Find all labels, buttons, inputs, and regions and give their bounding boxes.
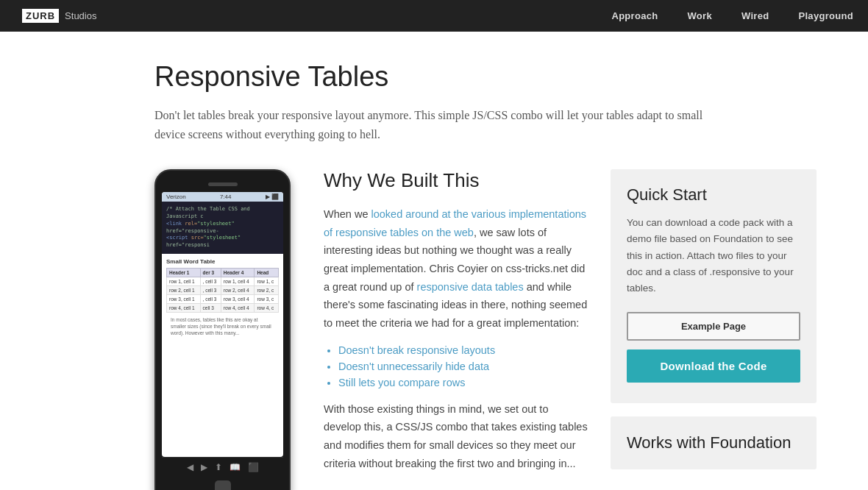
navigation: ZURB Studios Approach Work Wired Playgro… (0, 0, 868, 32)
phone-code-area: /* Attach the Table CSS and Javascript c… (162, 202, 283, 254)
works-with-card: Works with Foundation (611, 416, 817, 470)
why-paragraph-1: When we looked around at the various imp… (324, 205, 588, 332)
phone-column: Verizon 7:44 ▶ ⬛ /* Attach the Table CSS… (154, 169, 302, 490)
table-header-1: Header 1 (167, 268, 201, 277)
table-header-2: der 3 (200, 268, 221, 277)
sidebar-column: Quick Start You can download a code pack… (611, 169, 817, 469)
why-paragraph-2: With those existing things in mind, we s… (324, 400, 588, 473)
bullet-item-1: Doesn't break responsive layouts (338, 344, 588, 356)
example-page-button[interactable]: Example Page (627, 312, 800, 341)
link-implementations[interactable]: looked around at the various implementat… (324, 208, 586, 238)
phone-speaker-icon (208, 182, 238, 186)
book-icon: 📖 (230, 462, 241, 473)
table-cell: row 3, cell 4 (221, 294, 255, 303)
share-icon: ⬆ (215, 462, 222, 473)
code-line-1: /* Attach the Table CSS and Javascript c (166, 206, 279, 221)
download-code-button[interactable]: Download the Code (627, 349, 800, 383)
phone-table-title: Small Word Table (166, 258, 279, 265)
table-cell: row 4, cell 1 (167, 303, 201, 312)
save-icon: ⬛ (248, 462, 259, 473)
phone-nav-controls: ◀ ▶ ⬆ 📖 ⬛ (187, 462, 259, 473)
table-header-4: Head (255, 268, 279, 277)
phone-bottom-nav: ◀ ▶ ⬆ 📖 ⬛ (162, 457, 283, 477)
phone-caption: In most cases, tables like this are okay… (166, 313, 279, 340)
why-title: Why We Built This (324, 169, 588, 192)
quickstart-text: You can download a code pack with a demo… (627, 215, 800, 297)
table-cell: row 3, cell 1 (167, 294, 201, 303)
quickstart-title: Quick Start (627, 185, 800, 205)
forward-icon: ▶ (201, 462, 207, 473)
nav-logo: ZURB (22, 9, 59, 23)
content-grid: Verizon 7:44 ▶ ⬛ /* Attach the Table CSS… (154, 169, 817, 490)
page-title: Responsive Tables (154, 61, 817, 93)
table-header-3: Header 4 (221, 268, 255, 277)
table-row: row 2, cell 1 , cell 3 row 2, cell 4 row… (167, 285, 279, 294)
nav-brand: ZURB Studios (22, 9, 96, 23)
code-line-3: <script src="stylesheet" href="responsi (166, 235, 279, 249)
phone-mockup: Verizon 7:44 ▶ ⬛ /* Attach the Table CSS… (154, 169, 291, 490)
phone-table-area: Small Word Table Header 1 der 3 Header 4… (162, 254, 283, 344)
table-row: row 3, cell 1 , cell 3 row 3, cell 4 row… (167, 294, 279, 303)
bullet-item-2: Doesn't unnecessarily hide data (338, 361, 588, 372)
nav-link-playground[interactable]: Playground (783, 0, 868, 32)
link-responsive-tables[interactable]: responsive data tables (417, 281, 524, 293)
text-column: Why We Built This When we looked around … (324, 169, 588, 484)
phone-screen: Verizon 7:44 ▶ ⬛ /* Attach the Table CSS… (162, 192, 283, 457)
main-container: Responsive Tables Don't let tables break… (29, 32, 839, 490)
criteria-list: Doesn't break responsive layouts Doesn't… (338, 344, 588, 388)
table-cell: , cell 3 (200, 277, 221, 285)
nav-studios: Studios (65, 10, 96, 21)
table-cell: row 1, cell 4 (221, 277, 255, 285)
table-cell: row 4, cell 4 (221, 303, 255, 312)
phone-table: Header 1 der 3 Header 4 Head row 1, cell… (166, 268, 279, 313)
table-cell: row 1, cell 1 (167, 277, 201, 285)
phone-time: 7:44 (220, 193, 232, 200)
table-cell: , cell 3 (200, 285, 221, 294)
nav-link-wired[interactable]: Wired (727, 0, 784, 32)
page-subtitle: Don't let tables break your responsive l… (154, 106, 728, 143)
table-cell: row 1, c (255, 277, 279, 285)
nav-link-work[interactable]: Work (673, 0, 727, 32)
works-with-title: Works with Foundation (627, 433, 800, 454)
table-cell: cell 3 (200, 303, 221, 312)
table-row: row 1, cell 1 , cell 3 row 1, cell 4 row… (167, 277, 279, 285)
phone-icons: ▶ ⬛ (266, 193, 279, 200)
phone-status-bar: Verizon 7:44 ▶ ⬛ (162, 192, 283, 202)
table-cell: row 2, c (255, 285, 279, 294)
table-cell: row 2, cell 1 (167, 285, 201, 294)
quickstart-card: Quick Start You can download a code pack… (611, 169, 817, 402)
back-icon: ◀ (187, 462, 193, 473)
table-cell: , cell 3 (200, 294, 221, 303)
table-cell: row 2, cell 4 (221, 285, 255, 294)
bullet-item-3: Still lets you compare rows (338, 377, 588, 388)
table-row: row 4, cell 1 cell 3 row 4, cell 4 row 4… (167, 303, 279, 312)
nav-links: Approach Work Wired Playground (597, 0, 868, 32)
code-line-2: <link rel="stylesheet" href="responsive- (166, 221, 279, 235)
table-cell: row 3, c (255, 294, 279, 303)
phone-home-button (215, 480, 231, 490)
nav-link-approach[interactable]: Approach (597, 0, 672, 32)
table-cell: row 4, c (255, 303, 279, 312)
phone-top (162, 180, 283, 192)
phone-carrier: Verizon (166, 193, 186, 200)
